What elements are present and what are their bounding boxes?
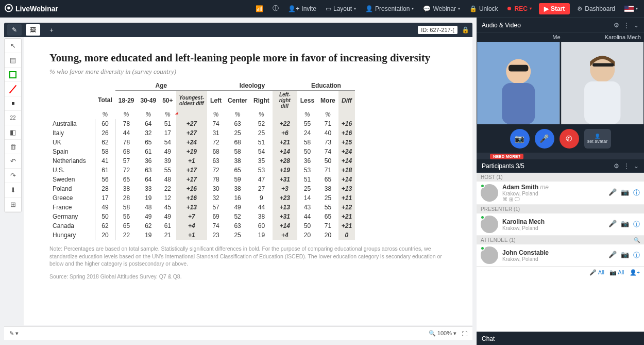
role-host: HOST (1) [477,173,644,182]
tab-add[interactable]: ＋ [44,24,59,36]
monitor-icon: 🖵 [515,196,520,202]
camera-on-icon[interactable]: 📷 [621,251,629,260]
tool-eraser[interactable]: ◧ [5,125,21,140]
role-attendee: ATTENDEE (1) 🔍 [477,236,644,244]
svg-rect-6 [502,83,535,124]
chevron-down-icon: ▾ [636,6,638,11]
camera-on-icon[interactable]: 📷 [621,188,629,198]
tool-undo[interactable]: ↶ [5,154,21,169]
tool-rectangle[interactable] [5,68,21,82]
layout-icon: ▭ [326,5,331,12]
chevron-down-icon: ▾ [354,6,356,11]
search-icon[interactable]: 🔍 [634,237,640,243]
camera-button[interactable]: 📷 [510,129,530,149]
play-icon: ▶ [544,5,549,12]
table-row: Greece17281912+1632169+231425+11 [49,193,355,203]
pen-dropdown[interactable]: ✎ ▾ [9,330,19,337]
webinar-dropdown[interactable]: 💬Webinar▾ [421,4,462,13]
chevron-down-icon: ▾ [412,6,414,11]
tab-lock-icon[interactable]: 🔒 [462,26,469,34]
table-row: Sweden56656448+17785947+315165+14 [49,175,355,184]
video-tile-me[interactable] [477,42,560,124]
hangup-button[interactable]: ✆ [560,129,579,149]
data-table: Age Ideology Education Total 18-29 30-49… [49,81,355,240]
gear-icon: ⚙ [577,5,583,12]
lock-icon: 🔒 [469,5,477,12]
gear-icon[interactable]: ⚙ [614,22,619,29]
chevron-down-icon[interactable]: ⌄ [634,162,639,170]
table-row: UK62786554+24726851+215873+15 [49,138,355,147]
all-cam-button[interactable]: 📷 All [609,269,624,276]
tool-point[interactable] [5,96,21,111]
mic-button[interactable]: 🎤 [535,129,554,149]
chevron-down-icon: ▾ [530,6,532,11]
tab-document[interactable]: 🖽 [26,24,40,36]
video-tile-other[interactable] [561,42,644,124]
participants-header: Participants 3/5 ⚙ ⋮ ⌄ [477,159,644,173]
tool-trash[interactable]: 🗑 [5,140,21,154]
video-label-other: Karolina Mech [561,34,641,40]
more-icon[interactable]: ⋮ [623,162,630,170]
set-avatar-button[interactable]: 👤set avatar [584,129,611,149]
chevron-down-icon[interactable]: ⌄ [634,22,639,29]
wifi-icon: 📶 [253,4,265,13]
table-row: Spain58686149+19685854+145074+24 [49,147,355,156]
info-icon[interactable]: ⓘ [270,3,281,14]
rec-dot-icon [507,7,511,10]
fullscreen-icon[interactable]: ⛶ [462,331,467,337]
tool-download[interactable]: ⬇ [5,183,21,198]
info-icon[interactable]: ⓘ [633,188,640,198]
info-icon[interactable]: ⓘ [633,251,640,260]
tool-redo[interactable]: ↷ [5,169,21,183]
session-id: ID: 627-217-( [418,26,457,34]
svg-rect-7 [509,65,528,72]
presentation-area: ✎ 🖽 ＋ ID: 627-217-( 🔒 ↖ ▤ 22 ◧ 🗑 ↶ ↷ ⬇ ⊞… [0,18,477,345]
language-flag-dropdown[interactable]: ▾ [622,5,640,13]
camera-on-icon[interactable]: 📷 [621,220,629,229]
chevron-down-icon: ▾ [458,6,460,11]
chat-header[interactable]: Chat [477,332,644,345]
table-row: U.S.61726355+17726553+195371+18 [49,166,355,175]
need-more-badge[interactable]: NEED MORE? [490,154,523,159]
tool-size[interactable]: 22 [5,111,21,125]
mic-on-icon[interactable]: 🎤 [608,220,617,229]
us-flag-icon [624,6,634,12]
tool-grid[interactable]: ⊞ [5,198,21,212]
table-source: Source: Spring 2018 Global Attitudes Sur… [49,273,447,281]
group-ideology: Ideology [207,81,297,91]
presentation-dropdown[interactable]: 👤Presentation▾ [363,4,416,13]
zoom-control[interactable]: 🔍 100% ▾ [429,330,456,337]
windows-icon: ⊞ [509,196,513,202]
document-page: Young, more educated and left-leaning pe… [24,37,472,325]
tool-line[interactable] [5,82,21,96]
more-icon[interactable]: ⋮ [623,22,630,29]
table-row: Hungary20221921+1232519+420200 [49,231,355,240]
gear-icon[interactable]: ⚙ [614,162,619,170]
start-button[interactable]: ▶Start [539,3,570,14]
add-participant-button[interactable]: 👤+ [630,269,640,276]
group-age: Age [115,81,207,91]
layout-dropdown[interactable]: ▭Layout▾ [324,4,358,13]
tool-cursor[interactable]: ↖ [5,39,21,53]
participant-row[interactable]: John Constable Krakow, Poland 🎤 📷 ⓘ [477,244,644,267]
unlock-button[interactable]: 🔒Unlock [467,4,500,13]
audio-video-header: Audio & Video ⚙ ⋮ ⌄ [477,18,644,33]
svg-rect-10 [584,81,620,124]
role-presenter: PRESENTER (1) [477,205,644,213]
tab-whiteboard[interactable]: ✎ [7,24,22,36]
mic-on-icon[interactable]: 🎤 [608,251,617,260]
dashboard-button[interactable]: ⚙Dashboard [575,4,617,13]
tool-text[interactable]: ▤ [5,53,21,68]
table-row: Netherlands41573639+1633835+283650+14 [49,156,355,166]
avatar [481,216,498,233]
invite-button[interactable]: 👤+Invite [286,4,318,13]
chat-bubble-icon: 💬 [423,5,431,12]
svg-rect-11 [592,63,614,67]
mic-muted-icon[interactable]: 🎤 [608,188,617,198]
rec-dropdown[interactable]: REC▾ [505,4,534,13]
topbar: ⦿LiveWebinar 📶 ⓘ 👤+Invite ▭Layout▾ 👤Pres… [0,0,644,18]
info-icon[interactable]: ⓘ [633,220,640,229]
all-mic-button[interactable]: 🎤 All [589,269,604,276]
participant-row[interactable]: Adam Smith me Krakow, Poland ⌘ ⊞ 🖵 🎤 📷 ⓘ [477,182,644,205]
participant-row[interactable]: Karolina Mech Krakow, Poland 🎤 📷 ⓘ [477,213,644,236]
